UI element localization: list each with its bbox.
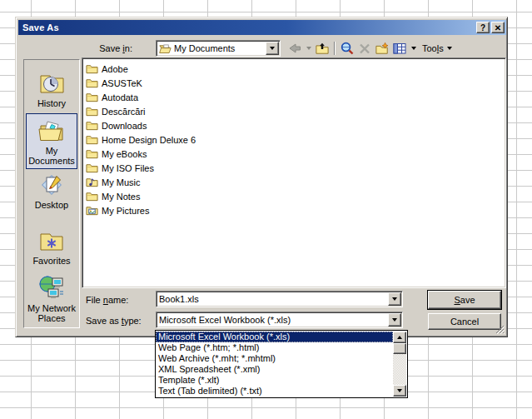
folder-icon	[86, 134, 98, 145]
back-icon	[288, 42, 301, 55]
list-item[interactable]: Descărcări	[86, 104, 504, 118]
file-name-dropdown-button[interactable]	[388, 292, 401, 306]
file-name: Autodata	[102, 92, 138, 102]
open-folder-icon	[159, 43, 172, 54]
scroll-down-button[interactable]	[393, 385, 406, 397]
list-item[interactable]: Downloads	[86, 118, 504, 132]
type-option[interactable]: Template (*.xlt)	[156, 375, 393, 386]
views-button[interactable]	[392, 41, 407, 56]
folder-icon	[86, 148, 98, 159]
back-button[interactable]	[287, 41, 302, 56]
folder-icon	[86, 92, 98, 102]
list-item[interactable]: Adobe	[86, 62, 504, 76]
file-name: Home Design Deluxe 6	[102, 135, 196, 145]
list-item[interactable]: Home Design Deluxe 6	[86, 132, 504, 147]
save-in-label: Save in:	[57, 43, 132, 53]
type-option[interactable]: XML Spreadsheet (*.xml)	[156, 364, 393, 375]
file-name-input[interactable]: Book1.xls	[157, 294, 402, 304]
place-desktop[interactable]: Desktop	[24, 172, 79, 210]
list-item[interactable]: My Pictures	[86, 203, 504, 217]
file-list: Adobe ASUSTeK Autodata Descărcări Downlo…	[82, 57, 506, 288]
tools-menu-button[interactable]: Tools	[420, 41, 455, 56]
folder-icon	[86, 77, 98, 88]
folder-music-icon	[86, 177, 98, 187]
file-name: My Notes	[102, 192, 140, 202]
back-history-dropdown[interactable]	[305, 41, 312, 56]
save-in-dropdown-button[interactable]	[266, 42, 279, 55]
chevron-down-icon	[447, 47, 452, 50]
place-history[interactable]: History	[24, 70, 79, 108]
folder-icon	[86, 191, 98, 202]
save-as-type-label: Save as type:	[86, 316, 142, 326]
views-icon	[393, 42, 406, 55]
file-name: Downloads	[102, 121, 147, 131]
help-button[interactable]: ?	[476, 22, 490, 33]
search-web-icon	[341, 42, 354, 55]
toolbar-separator	[334, 42, 336, 55]
close-icon: ✕	[495, 23, 501, 32]
folder-icon	[86, 162, 98, 173]
my-documents-icon	[38, 117, 65, 144]
search-the-web-button[interactable]	[340, 41, 355, 56]
type-option[interactable]: Web Page (*.htm; *.html)	[156, 342, 393, 353]
file-name: My ISO Files	[102, 163, 154, 173]
excel-grid-background: Save As ? ✕ Save in: My Documents T	[0, 0, 532, 419]
tools-label: Tools	[422, 43, 444, 53]
place-label: My Documents	[27, 146, 77, 166]
chevron-down-icon	[306, 47, 311, 50]
type-option[interactable]: Text (Tab delimited) (*.txt)	[156, 386, 393, 397]
network-places-icon	[38, 275, 65, 302]
save-as-type-dropdown-button[interactable]	[388, 313, 401, 327]
place-label: My Network Places	[24, 303, 79, 323]
cancel-button[interactable]: Cancel	[428, 313, 501, 330]
file-name: My Music	[102, 177, 140, 187]
favorites-icon	[38, 227, 65, 254]
file-name-combobox[interactable]: Book1.xls	[156, 291, 403, 307]
folder-icon	[86, 120, 98, 131]
list-item[interactable]: Autodata	[86, 90, 504, 104]
save-in-combobox[interactable]: My Documents	[156, 40, 281, 57]
delete-icon	[358, 42, 371, 55]
scroll-up-icon	[397, 336, 402, 339]
scrollbar-thumb[interactable]	[393, 343, 406, 354]
list-item[interactable]: My Notes	[86, 189, 504, 203]
up-one-level-icon	[316, 42, 329, 55]
dialog-titlebar[interactable]: Save As ? ✕	[18, 20, 506, 35]
type-option[interactable]: Microsoft Excel Workbook (*.xls)	[156, 332, 393, 342]
folder-icon	[86, 63, 98, 74]
place-favorites[interactable]: Favorites	[24, 227, 79, 266]
file-name: ASUSTeK	[102, 78, 142, 88]
delete-button[interactable]	[357, 41, 372, 56]
dialog-title: Save As	[18, 22, 59, 32]
save-as-type-dropdown-list: Microsoft Excel Workbook (*.xls) Web Pag…	[155, 330, 408, 398]
place-my-network-places[interactable]: My Network Places	[24, 275, 79, 323]
dialog-toolbar: Tools	[287, 40, 455, 57]
views-dropdown[interactable]	[410, 41, 417, 56]
up-one-level-button[interactable]	[315, 41, 330, 56]
close-button[interactable]: ✕	[491, 22, 505, 33]
save-button[interactable]: Save	[428, 291, 501, 309]
dropdown-scrollbar[interactable]	[393, 332, 406, 397]
file-name-label: File name:	[86, 295, 128, 305]
scroll-up-button[interactable]	[393, 332, 406, 343]
list-item[interactable]: My eBooks	[86, 147, 504, 161]
resize-grip[interactable]	[495, 324, 505, 334]
save-button-label: Save	[454, 295, 475, 305]
save-as-dialog: Save As ? ✕ Save in: My Documents T	[15, 17, 508, 337]
place-my-documents[interactable]: My Documents	[26, 113, 77, 169]
create-new-folder-button[interactable]	[375, 41, 390, 56]
desktop-icon	[38, 172, 65, 198]
places-bar: History My Documents Desktop Favorites M…	[23, 59, 80, 328]
file-name: Descărcări	[102, 107, 146, 117]
list-item[interactable]: My Music	[86, 175, 504, 189]
new-folder-icon	[375, 42, 389, 55]
scroll-down-icon	[397, 389, 402, 392]
list-item[interactable]: ASUSTeK	[86, 76, 504, 90]
folder-icon	[86, 106, 98, 117]
place-label: History	[37, 98, 66, 108]
save-in-value: My Documents	[172, 43, 280, 53]
save-as-type-combobox[interactable]: Microsoft Excel Workbook (*.xls)	[156, 312, 403, 328]
file-name: My Pictures	[102, 206, 149, 216]
type-option[interactable]: Web Archive (*.mht; *.mhtml)	[156, 353, 393, 364]
list-item[interactable]: My ISO Files	[86, 161, 504, 175]
